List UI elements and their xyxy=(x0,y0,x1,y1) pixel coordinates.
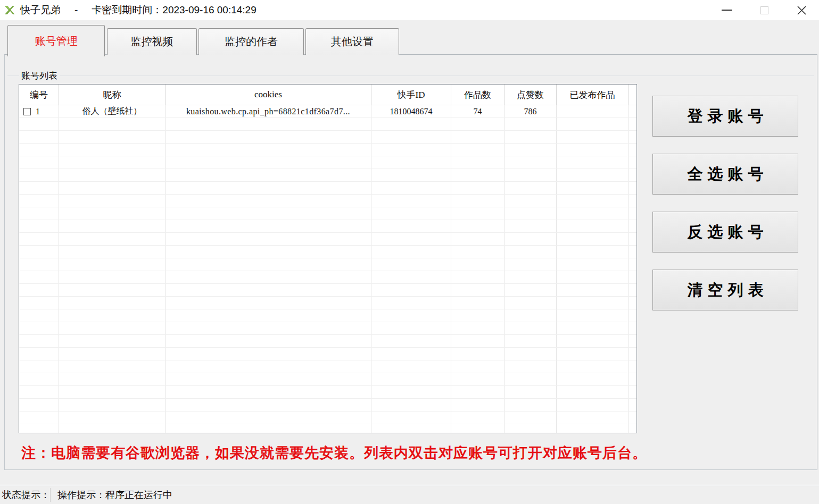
table-empty-row xyxy=(19,156,636,169)
tab-label: 其他设置 xyxy=(331,35,374,49)
table-empty-row xyxy=(19,207,636,220)
row-cookies: kuaishou.web.cp.api_ph=68821c1df36a7d7..… xyxy=(166,105,371,117)
table-empty-row xyxy=(19,399,636,411)
table-empty-row xyxy=(19,258,636,271)
table-empty-row xyxy=(19,348,636,360)
table-empty-row xyxy=(19,309,636,322)
status-bar: 状态提示： 操作提示：程序正在运行中 xyxy=(0,485,819,504)
column-header-works-count[interactable]: 作品数 xyxy=(451,85,504,105)
table-empty-row xyxy=(19,144,636,156)
operation-status-text: 操作提示：程序正在运行中 xyxy=(57,489,172,501)
table-empty-row xyxy=(19,233,636,246)
column-header-cookies[interactable]: cookies xyxy=(166,85,371,105)
table-row[interactable]: 1 俗人（壁纸社） kuaishou.web.cp.api_ph=68821c1… xyxy=(19,105,636,118)
tab-label: 账号管理 xyxy=(35,34,78,48)
tab-label: 监控视频 xyxy=(131,35,173,49)
table-empty-row xyxy=(19,297,636,309)
invert-selection-button[interactable]: 反选账号 xyxy=(652,212,798,253)
table-empty-row xyxy=(19,182,636,195)
minimize-button[interactable] xyxy=(715,0,739,20)
table-empty-row xyxy=(19,271,636,284)
app-window: 快子兄弟 - 卡密到期时间：2023-09-16 00:14:29 账号管理 监… xyxy=(0,0,819,504)
title-separator: - xyxy=(75,4,78,16)
status-label: 状态提示： xyxy=(0,489,50,501)
maximize-icon xyxy=(760,6,768,14)
notice-text: 注：电脑需要有谷歌浏览器，如果没就需要先安装。列表内双击对应账号可打开对应账号后… xyxy=(21,443,809,463)
table-header-row: 编号 昵称 cookies 快手ID 作品数 点赞数 已发布作品 xyxy=(19,85,636,105)
minimize-icon xyxy=(722,10,732,11)
titlebar: 快子兄弟 - 卡密到期时间：2023-09-16 00:14:29 xyxy=(0,0,819,20)
clear-list-button[interactable]: 清空列表 xyxy=(652,270,798,310)
column-header-published[interactable]: 已发布作品 xyxy=(557,85,628,105)
account-table[interactable]: 编号 昵称 cookies 快手ID 作品数 点赞数 已发布作品 1 俗人（壁纸… xyxy=(19,84,637,433)
table-empty-row xyxy=(19,360,636,373)
tab-account-management[interactable]: 账号管理 xyxy=(7,25,105,56)
table-empty-row xyxy=(19,373,636,386)
column-header-filler xyxy=(628,85,636,105)
tab-monitor-videos[interactable]: 监控视频 xyxy=(107,28,197,55)
app-title: 快子兄弟 xyxy=(20,3,61,17)
maximize-button[interactable] xyxy=(752,0,776,20)
table-empty-row xyxy=(19,169,636,182)
column-header-nickname[interactable]: 昵称 xyxy=(59,85,166,105)
row-nickname: 俗人（壁纸社） xyxy=(59,105,166,117)
table-empty-row xyxy=(19,424,636,433)
column-header-likes-count[interactable]: 点赞数 xyxy=(504,85,557,105)
table-empty-row xyxy=(19,195,636,207)
table-empty-rows xyxy=(19,118,636,433)
row-published xyxy=(557,105,628,117)
row-number: 1 xyxy=(36,107,40,116)
table-empty-row xyxy=(19,118,636,131)
column-header-kuaishou-id[interactable]: 快手ID xyxy=(371,85,451,105)
groupbox-label: 账号列表 xyxy=(19,70,60,82)
license-expiry-text: 卡密到期时间：2023-09-16 00:14:29 xyxy=(92,3,256,17)
close-icon xyxy=(797,6,806,15)
table-empty-row xyxy=(19,246,636,258)
row-works-count: 74 xyxy=(451,105,504,117)
tab-other-settings[interactable]: 其他设置 xyxy=(305,28,399,55)
row-filler xyxy=(628,105,636,117)
tab-monitored-authors[interactable]: 监控的作者 xyxy=(198,28,304,55)
status-separator xyxy=(50,488,51,502)
row-likes-count: 786 xyxy=(504,105,557,117)
tab-label: 监控的作者 xyxy=(225,35,278,49)
app-logo-icon xyxy=(3,4,16,16)
table-empty-row xyxy=(19,411,636,424)
select-all-accounts-button[interactable]: 全选账号 xyxy=(652,154,798,195)
table-empty-row xyxy=(19,284,636,297)
table-empty-row xyxy=(19,131,636,144)
column-header-number[interactable]: 编号 xyxy=(19,85,59,105)
table-empty-row xyxy=(19,335,636,348)
row-select-checkbox[interactable] xyxy=(23,108,31,115)
groupbox-border xyxy=(7,75,814,76)
row-kuaishou-id: 1810048674 xyxy=(371,105,451,117)
close-button[interactable] xyxy=(789,0,814,20)
login-account-button[interactable]: 登录账号 xyxy=(652,96,798,137)
table-empty-row xyxy=(19,322,636,335)
table-empty-row xyxy=(19,386,636,399)
table-empty-row xyxy=(19,220,636,233)
